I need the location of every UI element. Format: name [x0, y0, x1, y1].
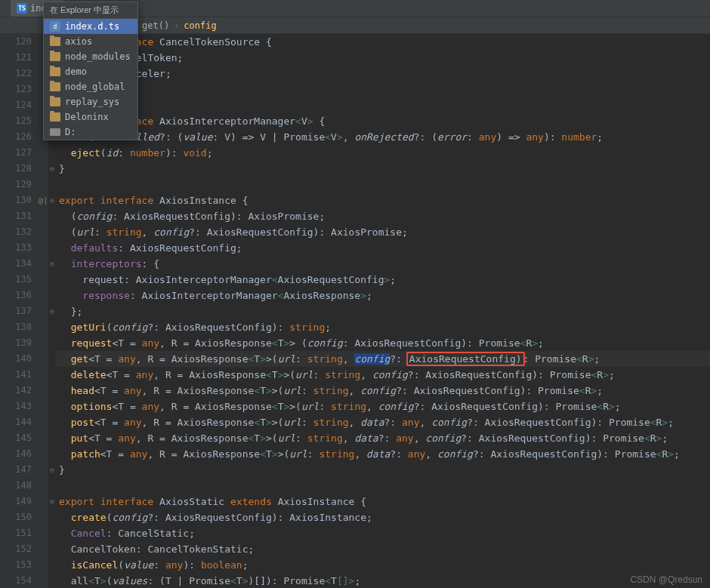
- code-line[interactable]: export interface AxiosStatic extends Axi…: [56, 494, 710, 509]
- code-line[interactable]: delete<T = any, R = AxiosResponse<T>>(ur…: [56, 367, 710, 383]
- line-number[interactable]: 120: [0, 34, 32, 50]
- fold-toggle[interactable]: ⊖: [48, 256, 56, 272]
- code-line[interactable]: CancelToken: CancelTokenStatic;: [56, 541, 710, 557]
- fold-toggle: [48, 177, 56, 192]
- line-number[interactable]: 148: [0, 478, 32, 494]
- code-area[interactable]: export interface CancelTokenSource { tok…: [56, 34, 710, 588]
- gutter-mark: [38, 145, 48, 161]
- code-line[interactable]: token: CancelToken;: [56, 50, 710, 66]
- fold-toggle[interactable]: ⊖: [48, 494, 56, 509]
- line-number[interactable]: 147: [0, 462, 32, 478]
- code-line[interactable]: request<T = any, R = AxiosResponse<T>> (…: [56, 335, 710, 351]
- line-number[interactable]: 143: [0, 399, 32, 414]
- context-menu-label: axios: [65, 36, 92, 47]
- code-line[interactable]: [56, 97, 710, 113]
- context-menu-label: node_global: [65, 82, 125, 92]
- line-number[interactable]: 154: [0, 573, 32, 588]
- line-number[interactable]: 138: [0, 319, 32, 335]
- line-number[interactable]: 149: [0, 494, 32, 509]
- line-number[interactable]: 126: [0, 129, 32, 145]
- context-menu-item[interactable]: demo: [44, 64, 137, 79]
- code-line[interactable]: interceptors: {: [56, 256, 710, 272]
- line-number[interactable]: 131: [0, 208, 32, 224]
- line-number[interactable]: 129: [0, 177, 32, 192]
- fold-toggle[interactable]: ⊖: [48, 161, 56, 177]
- code-line[interactable]: }: [56, 82, 710, 97]
- line-number[interactable]: 134: [0, 256, 32, 272]
- line-number[interactable]: 130: [0, 192, 32, 208]
- code-line[interactable]: patch<T = any, R = AxiosResponse<T>>(url…: [56, 446, 710, 462]
- line-number[interactable]: 144: [0, 414, 32, 430]
- gutter-mark: [38, 509, 48, 525]
- line-number[interactable]: 152: [0, 541, 32, 557]
- context-menu-item[interactable]: axios: [44, 34, 137, 49]
- code-line[interactable]: use(onFulfilled?: (value: V) => V | Prom…: [56, 129, 710, 145]
- gutter-mark: [38, 367, 48, 383]
- code-line[interactable]: eject(id: number): void;: [56, 145, 710, 161]
- context-menu-item[interactable]: replay_sys: [44, 94, 137, 109]
- code-line[interactable]: [56, 177, 710, 192]
- fold-toggle: [48, 272, 56, 288]
- line-number[interactable]: 123: [0, 82, 32, 97]
- code-line[interactable]: response: AxiosInterceptorManager<AxiosR…: [56, 288, 710, 303]
- line-number[interactable]: 137: [0, 303, 32, 319]
- fold-toggle: [48, 478, 56, 494]
- code-line[interactable]: cancel: Canceler;: [56, 66, 710, 82]
- line-number[interactable]: 151: [0, 525, 32, 541]
- code-line[interactable]: defaults: AxiosRequestConfig;: [56, 240, 710, 256]
- code-line[interactable]: get<T = any, R = AxiosResponse<T>>(url: …: [56, 351, 710, 367]
- code-line[interactable]: [56, 478, 710, 494]
- line-number[interactable]: 125: [0, 113, 32, 129]
- line-number[interactable]: 124: [0, 97, 32, 113]
- ts-file-icon: TS: [17, 3, 27, 14]
- line-number[interactable]: 122: [0, 66, 32, 82]
- line-number[interactable]: 145: [0, 430, 32, 446]
- code-line[interactable]: (url: string, config?: AxiosRequestConfi…: [56, 224, 710, 240]
- code-line[interactable]: };: [56, 303, 710, 319]
- line-number[interactable]: 132: [0, 224, 32, 240]
- fold-toggle[interactable]: ⊖: [48, 303, 56, 319]
- code-line[interactable]: Cancel: CancelStatic;: [56, 525, 710, 541]
- code-line[interactable]: create(config?: AxiosRequestConfig): Axi…: [56, 509, 710, 525]
- code-line[interactable]: export interface CancelTokenSource {: [56, 34, 710, 50]
- line-number[interactable]: 127: [0, 145, 32, 161]
- code-line[interactable]: head<T = any, R = AxiosResponse<T>>(url:…: [56, 383, 710, 399]
- line-number[interactable]: 140: [0, 351, 32, 367]
- context-menu-item[interactable]: node_modules: [44, 49, 137, 64]
- line-number[interactable]: 146: [0, 446, 32, 462]
- context-menu-item[interactable]: D:: [44, 125, 137, 140]
- code-line[interactable]: (config: AxiosRequestConfig): AxiosPromi…: [56, 208, 710, 224]
- fold-toggle: [48, 573, 56, 588]
- line-number[interactable]: 150: [0, 509, 32, 525]
- fold-toggle[interactable]: ⊖: [48, 192, 56, 208]
- line-number[interactable]: 142: [0, 383, 32, 399]
- code-line[interactable]: export interface AxiosInstance {: [56, 192, 710, 208]
- code-line[interactable]: }: [56, 462, 710, 478]
- line-number-gutter[interactable]: 1201211221231241251261271281291301311321…: [0, 34, 38, 588]
- fold-toggle[interactable]: ⊖: [48, 462, 56, 478]
- fold-toggle: [48, 557, 56, 573]
- line-number[interactable]: 153: [0, 557, 32, 573]
- code-line[interactable]: isCancel(value: any): boolean;: [56, 557, 710, 573]
- code-line[interactable]: options<T = any, R = AxiosResponse<T>>(u…: [56, 399, 710, 414]
- line-number[interactable]: 136: [0, 288, 32, 303]
- code-line[interactable]: put<T = any, R = AxiosResponse<T>>(url: …: [56, 430, 710, 446]
- fold-toggle: [48, 446, 56, 462]
- code-line[interactable]: post<T = any, R = AxiosResponse<T>>(url:…: [56, 414, 710, 430]
- line-number[interactable]: 121: [0, 50, 32, 66]
- context-menu-item[interactable]: node_global: [44, 79, 137, 94]
- line-number[interactable]: 139: [0, 335, 32, 351]
- line-number[interactable]: 133: [0, 240, 32, 256]
- context-menu-item[interactable]: Deloninx: [44, 109, 137, 125]
- code-line[interactable]: getUri(config?: AxiosRequestConfig): str…: [56, 319, 710, 335]
- line-number[interactable]: 128: [0, 161, 32, 177]
- line-number[interactable]: 135: [0, 272, 32, 288]
- code-line[interactable]: all<T>(values: (T | Promise<T>)[]): Prom…: [56, 573, 710, 588]
- fold-toggle: [48, 414, 56, 430]
- code-line[interactable]: export interface AxiosInterceptorManager…: [56, 113, 710, 129]
- context-menu-item[interactable]: dindex.d.ts: [44, 19, 137, 34]
- code-line[interactable]: }: [56, 161, 710, 177]
- folder-icon: [50, 112, 60, 122]
- line-number[interactable]: 141: [0, 367, 32, 383]
- code-line[interactable]: request: AxiosInterceptorManager<AxiosRe…: [56, 272, 710, 288]
